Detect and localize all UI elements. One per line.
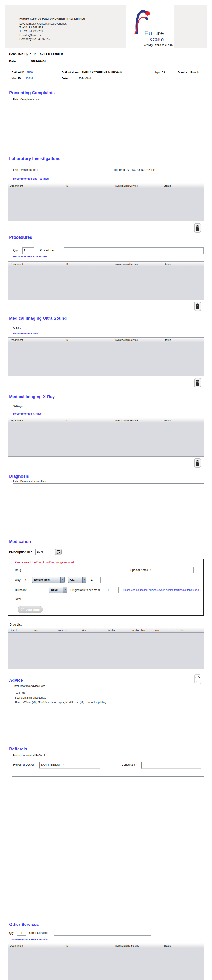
patient-age-pair: Age : 78	[154, 70, 165, 74]
other-services-qty-input[interactable]	[17, 930, 26, 935]
complaints-textarea[interactable]	[13, 101, 204, 151]
drug-col-frequency: Fequency	[55, 628, 80, 632]
consulted-by-label: Consulted By :	[9, 52, 31, 56]
duration-type-select[interactable]: Day/s ▼	[49, 587, 67, 593]
trash-icon	[196, 380, 200, 386]
age-value: 78	[162, 71, 165, 74]
xray-delete-button[interactable]	[194, 458, 201, 468]
advice-textarea[interactable]: Tooth 16: Feel slight pain since today. …	[12, 688, 204, 740]
drug-list-label: Drug List	[10, 623, 22, 626]
advice-delete-button[interactable]	[194, 675, 201, 684]
company-phone1: T: +24 82 593 593	[19, 26, 85, 30]
age-label: Age :	[154, 71, 162, 74]
procedures-input[interactable]	[64, 247, 204, 254]
drug-suggestion-alert: Please select the Drug from Drug suggess…	[15, 561, 74, 564]
os-col-service: Investigation / Service	[113, 943, 162, 948]
lab-table-header: Department ID Investigation/Service Stat…	[8, 183, 204, 188]
drug-col-id: Drug ID	[8, 628, 31, 632]
way-select-value: Before Meal	[32, 578, 50, 581]
diagnosis-title: Diagnosis	[9, 474, 29, 479]
drug-list-header: Drug ID Drug Fequency Way Duration Durat…	[8, 628, 204, 633]
xray-col-department: Department	[8, 418, 64, 423]
duration-input[interactable]	[32, 587, 46, 593]
uss-col-id: ID	[64, 338, 113, 342]
logo-word-future: Future	[144, 30, 164, 37]
heart-icon: ♥	[154, 38, 156, 40]
laboratory-title: Laboratory Investigations	[9, 156, 60, 161]
other-services-input[interactable]	[54, 930, 151, 935]
visit-date-pair: Date : 2024-09-04	[62, 76, 93, 80]
company-number: Company No.8417652-2	[19, 37, 85, 41]
xray-label: X-Rays :	[13, 405, 24, 408]
way-qty-input[interactable]	[90, 577, 101, 583]
consult-date-label: Date :	[9, 60, 31, 63]
recommended-other-services-link[interactable]: Recommended Other Services	[10, 938, 48, 941]
per-meal-label: Drugs/Tablets per meal :	[71, 589, 101, 592]
referring-doctor-label: Reffering Doctor	[13, 763, 34, 766]
procedures-qty-input[interactable]	[22, 247, 34, 254]
way-label: Way :	[15, 578, 26, 582]
consultant-input[interactable]	[141, 762, 201, 768]
uss-label: USS :	[13, 326, 21, 329]
duration-label: Duration :	[15, 589, 27, 592]
referral-list-box[interactable]	[12, 776, 204, 913]
complaints-hint: Enter Complaints Here	[13, 98, 40, 100]
referred-by-value: TAZIO TOURNIER	[132, 168, 155, 172]
procedures-col-department: Department	[8, 262, 64, 266]
xray-table: Department ID Investigation/Service Stat…	[8, 418, 204, 457]
gender-label: Gender :	[178, 71, 190, 74]
chevron-down-icon: ▼	[82, 577, 86, 582]
way-select[interactable]: Before Meal ▼	[32, 577, 64, 583]
uss-input[interactable]	[26, 325, 141, 330]
diagnosis-textarea[interactable]	[13, 484, 204, 533]
drug-input[interactable]	[32, 567, 124, 573]
xray-col-status: Status	[162, 418, 204, 423]
patient-id-label: Patient ID :	[11, 71, 27, 74]
consulted-by-value: Dr. TAZIO TOURNIER	[32, 52, 63, 56]
recommended-procedures-link[interactable]: Recommended Procedures	[13, 255, 47, 258]
patient-name-label: Patient Name :	[62, 71, 82, 74]
procedures-col-id: ID	[64, 262, 113, 266]
recommended-lab-testings-link[interactable]: Recommended Lab Testings	[13, 177, 49, 180]
uss-col-department: Department	[8, 338, 64, 342]
referrals-title: Refferals	[9, 747, 27, 751]
logo-tagline: Body Mind Soul	[144, 43, 173, 47]
trash-icon	[196, 460, 200, 466]
drug-label: Drug :	[15, 568, 26, 572]
per-meal-input[interactable]	[106, 587, 119, 593]
lab-investigation-input[interactable]	[48, 167, 99, 173]
referrals-hint: Select the needed Refferal	[13, 754, 45, 757]
special-notes-input[interactable]	[157, 567, 194, 573]
procedures-qty-label: Qty :	[13, 249, 19, 252]
visit-id-value: 15332	[26, 77, 33, 80]
refresh-icon	[56, 550, 60, 554]
procedures-col-status: Status	[162, 262, 204, 266]
trash-icon	[196, 303, 200, 309]
prescription-id-input[interactable]	[35, 549, 53, 555]
add-drug-button[interactable]: + Add Drug	[18, 606, 43, 613]
advice-hint: Enter Doctor's Advice Here	[13, 684, 45, 687]
lab-delete-button[interactable]	[194, 223, 201, 232]
uss-col-status: Status	[162, 338, 204, 342]
frequency-select[interactable]: OD. ▼	[68, 577, 87, 583]
recommended-xray-link[interactable]: Recommended X-Rays	[13, 412, 42, 415]
company-address: Le Chainter,Victoria,Mahe,Seychelles	[19, 22, 85, 26]
other-services-qty-label: Qty :	[9, 931, 15, 934]
visit-id-pair: Visit ID : 15332	[11, 76, 33, 80]
consulted-by-line: Consulted By : Dr. TAZIO TOURNIER	[9, 52, 63, 56]
uss-delete-button[interactable]	[194, 378, 201, 387]
recommended-uss-link[interactable]: Recommended USS	[13, 332, 38, 335]
refresh-prescription-button[interactable]	[55, 549, 61, 555]
referred-by-label: Reffered By :	[114, 168, 131, 172]
company-phone2: T: +24 84 225 252	[19, 30, 85, 33]
consult-date-value: 2024-09-04	[31, 60, 46, 63]
drug-col-duration-type: Duration Type	[129, 628, 153, 632]
company-title: Future Care by Future Holdings (Pty) Lim…	[19, 17, 85, 21]
xray-input[interactable]	[30, 404, 203, 409]
drug-list-table: Drug ID Drug Fequency Way Duration Durat…	[8, 628, 204, 669]
other-services-title: Other Services	[9, 922, 39, 927]
visit-date-value: 2024-09-04	[79, 77, 92, 80]
procedures-delete-button[interactable]	[194, 302, 201, 311]
referring-doctor-input[interactable]	[39, 762, 100, 768]
total-label: Total :	[15, 598, 26, 601]
